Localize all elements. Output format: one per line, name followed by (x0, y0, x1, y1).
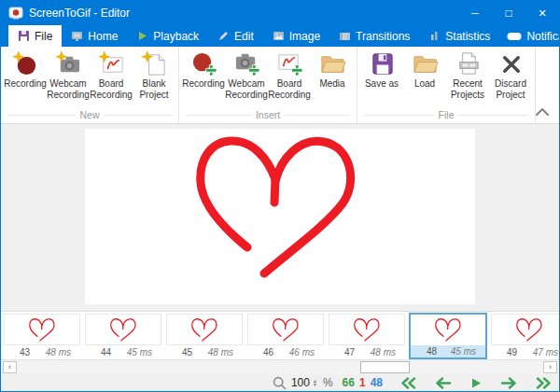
insert-media-button[interactable]: Media (311, 49, 354, 90)
frame-thumbnail-49[interactable]: 4947 ms (490, 313, 559, 359)
frame-number: 44 (101, 347, 111, 357)
previous-frame-button[interactable] (435, 377, 452, 389)
heart-thumb-icon (429, 315, 467, 344)
group-label-insert: Insert (182, 109, 354, 123)
new-recording-button[interactable]: Recording (4, 49, 47, 90)
new-board-recording-button[interactable]: Board Recording (90, 49, 133, 101)
ribbon-tab-bar: File Home Playback Edit (1, 25, 559, 47)
frame-number: 43 (20, 347, 30, 357)
tab-label: Edit (234, 30, 254, 43)
zoom-value[interactable]: 100 (291, 376, 310, 389)
scroll-left-button[interactable]: ‹ (3, 361, 17, 373)
board-insert-icon (276, 50, 303, 77)
frame-count-total: 66 (343, 376, 355, 389)
tab-statistics[interactable]: Statistics (419, 25, 499, 47)
frame-thumbnail-47[interactable]: 4748 ms (328, 313, 406, 359)
filmstrip-scrollbar[interactable]: ‹ › (1, 359, 559, 374)
frame-number: 46 (263, 347, 273, 357)
button-label: Recording (182, 78, 225, 90)
thumbnail-image (411, 315, 485, 345)
scroll-right-button[interactable]: › (543, 361, 557, 373)
first-frame-button[interactable] (400, 377, 417, 389)
button-label: Discard Project (489, 78, 532, 101)
collapse-ribbon-chevron-up-icon[interactable] (535, 106, 550, 118)
frame-navigation (400, 377, 552, 389)
ribbon: Recording Webcam Recording (1, 47, 559, 124)
insert-webcam-recording-button[interactable]: Webcam Recording (225, 49, 268, 101)
window-controls: ─ □ ✕ (458, 1, 559, 25)
tab-label: Playback (153, 30, 199, 43)
frame-duration: 47 ms (533, 347, 558, 357)
record-new-icon (12, 50, 39, 77)
tab-image[interactable]: Image (263, 25, 329, 47)
save-as-icon (369, 50, 396, 77)
tab-label: Image (289, 30, 320, 43)
recent-projects-button[interactable]: Recent Projects (446, 49, 489, 101)
blank-project-button[interactable]: Blank Project (133, 49, 175, 101)
frame-duration: 48 ms (371, 347, 396, 357)
button-label: Board Recording (268, 78, 311, 101)
button-label: Webcam Recording (47, 78, 90, 101)
load-button[interactable]: Load (403, 49, 446, 90)
recent-projects-icon (455, 50, 482, 77)
blank-project-icon (141, 50, 168, 77)
webcam-new-icon (55, 50, 82, 77)
editor-canvas-area (1, 124, 559, 311)
insert-board-recording-button[interactable]: Board Recording (268, 49, 311, 101)
frame-number: 45 (182, 347, 192, 357)
new-webcam-recording-button[interactable]: Webcam Recording (47, 49, 90, 101)
frame-number: 48 (427, 346, 437, 357)
magnifier-icon (273, 376, 287, 390)
zoom-spinner[interactable]: ▲ ▼ (313, 379, 317, 386)
save-as-button[interactable]: Save as (360, 49, 403, 90)
frame-duration: 48 ms (208, 347, 233, 357)
app-window: ScreenToGif - Editor ─ □ ✕ File Home (0, 0, 560, 392)
discard-x-icon (497, 50, 525, 77)
maximize-button[interactable]: □ (492, 1, 525, 25)
button-label: Save as (365, 78, 399, 90)
group-label-file: File (360, 109, 532, 123)
webcam-insert-icon (233, 50, 260, 77)
frame-thumbnail-44[interactable]: 4445 ms (84, 313, 162, 359)
spinner-down-icon[interactable]: ▼ (313, 383, 317, 386)
heart-thumb-icon (348, 315, 385, 344)
button-label: Recording (4, 78, 47, 90)
heart-thumb-icon (105, 315, 142, 344)
close-button[interactable]: ✕ (525, 1, 559, 25)
play-button[interactable] (469, 377, 483, 389)
tab-home[interactable]: Home (62, 25, 127, 47)
frame-thumbnail-48-selected[interactable]: 4845 ms (409, 313, 487, 359)
notifications-button[interactable]: Notifications (499, 25, 560, 47)
frame-thumbnail-43[interactable]: 4348 ms (3, 313, 81, 359)
title-bar: ScreenToGif - Editor ─ □ ✕ (1, 1, 559, 25)
tab-edit[interactable]: Edit (208, 25, 263, 47)
scrollbar-thumb[interactable] (360, 361, 410, 373)
heart-thumb-icon (511, 315, 548, 344)
media-folder-icon (319, 50, 346, 77)
ribbon-group-new: Recording Webcam Recording (1, 47, 179, 123)
pencil-icon (217, 30, 230, 42)
discard-project-button[interactable]: Discard Project (489, 49, 532, 101)
frame-thumbnail-46[interactable]: 4646 ms (246, 313, 325, 359)
tab-transitions[interactable]: Transitions (329, 25, 419, 47)
insert-recording-button[interactable]: Recording (182, 49, 225, 90)
last-frame-button[interactable] (535, 377, 552, 389)
button-label: Webcam Recording (225, 78, 268, 101)
group-label-new: New (4, 109, 175, 123)
tab-file[interactable]: File (8, 25, 62, 47)
thumbnail-image (329, 314, 405, 345)
next-frame-button[interactable] (500, 377, 517, 389)
frame-filmstrip: 4348 ms 4445 ms 4548 ms 4646 ms 4748 ms … (1, 311, 559, 359)
heart-thumb-icon (186, 315, 223, 344)
frame-duration: 45 ms (451, 346, 476, 357)
frame-thumbnail-45[interactable]: 4548 ms (165, 313, 244, 359)
home-icon (71, 30, 83, 42)
minimize-button[interactable]: ─ (458, 1, 492, 25)
window-title: ScreenToGif - Editor (29, 7, 130, 20)
zoom-cluster: 100 ▲ ▼ % 66 1 48 (273, 376, 387, 390)
tab-playback[interactable]: Playback (127, 25, 208, 47)
button-label: Board Recording (90, 78, 133, 101)
heart-thumb-icon (267, 315, 304, 344)
play-icon (136, 30, 148, 42)
frame-canvas (85, 129, 475, 304)
